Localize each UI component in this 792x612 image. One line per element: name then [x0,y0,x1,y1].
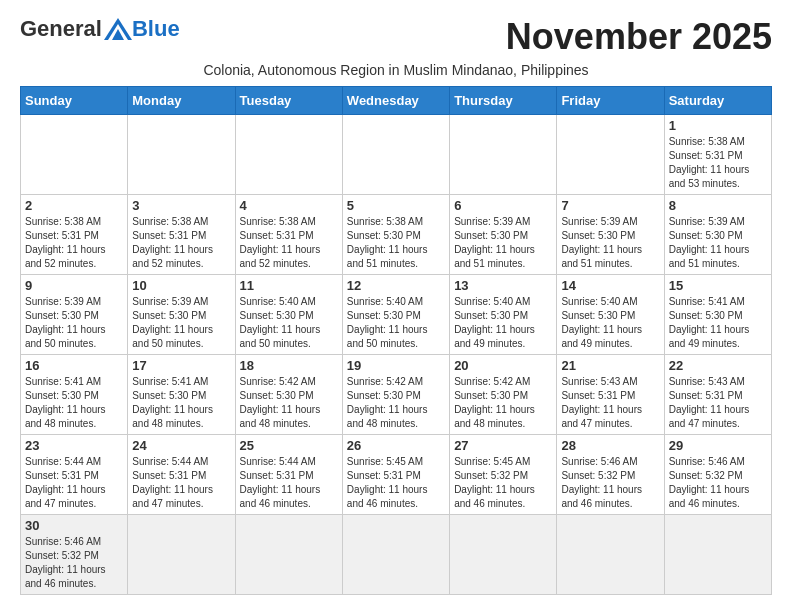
calendar-day-cell [557,515,664,595]
logo: General Blue [20,16,180,42]
calendar-subtitle: Colonia, Autonomous Region in Muslim Min… [20,62,772,78]
day-info: Sunrise: 5:41 AM Sunset: 5:30 PM Dayligh… [669,295,767,351]
day-info: Sunrise: 5:39 AM Sunset: 5:30 PM Dayligh… [132,295,230,351]
day-info: Sunrise: 5:40 AM Sunset: 5:30 PM Dayligh… [240,295,338,351]
calendar-day-cell: 5Sunrise: 5:38 AM Sunset: 5:30 PM Daylig… [342,195,449,275]
day-number: 16 [25,358,123,373]
day-info: Sunrise: 5:38 AM Sunset: 5:31 PM Dayligh… [132,215,230,271]
day-info: Sunrise: 5:46 AM Sunset: 5:32 PM Dayligh… [669,455,767,511]
day-info: Sunrise: 5:38 AM Sunset: 5:31 PM Dayligh… [240,215,338,271]
day-number: 20 [454,358,552,373]
calendar-day-cell: 22Sunrise: 5:43 AM Sunset: 5:31 PM Dayli… [664,355,771,435]
day-info: Sunrise: 5:42 AM Sunset: 5:30 PM Dayligh… [454,375,552,431]
day-number: 13 [454,278,552,293]
day-info: Sunrise: 5:38 AM Sunset: 5:31 PM Dayligh… [25,215,123,271]
calendar-day-cell: 10Sunrise: 5:39 AM Sunset: 5:30 PM Dayli… [128,275,235,355]
calendar-day-cell: 24Sunrise: 5:44 AM Sunset: 5:31 PM Dayli… [128,435,235,515]
calendar-day-cell: 26Sunrise: 5:45 AM Sunset: 5:31 PM Dayli… [342,435,449,515]
day-number: 29 [669,438,767,453]
day-number: 1 [669,118,767,133]
calendar-day-cell: 2Sunrise: 5:38 AM Sunset: 5:31 PM Daylig… [21,195,128,275]
calendar-day-cell [235,515,342,595]
calendar-day-cell: 27Sunrise: 5:45 AM Sunset: 5:32 PM Dayli… [450,435,557,515]
day-number: 6 [454,198,552,213]
day-info: Sunrise: 5:39 AM Sunset: 5:30 PM Dayligh… [669,215,767,271]
month-title: November 2025 [506,16,772,58]
day-number: 8 [669,198,767,213]
calendar-day-cell: 4Sunrise: 5:38 AM Sunset: 5:31 PM Daylig… [235,195,342,275]
day-number: 22 [669,358,767,373]
calendar-week-row: 2Sunrise: 5:38 AM Sunset: 5:31 PM Daylig… [21,195,772,275]
day-number: 27 [454,438,552,453]
day-info: Sunrise: 5:43 AM Sunset: 5:31 PM Dayligh… [669,375,767,431]
calendar-week-row: 9Sunrise: 5:39 AM Sunset: 5:30 PM Daylig… [21,275,772,355]
calendar-day-cell: 14Sunrise: 5:40 AM Sunset: 5:30 PM Dayli… [557,275,664,355]
calendar-day-cell [342,115,449,195]
calendar-day-cell: 19Sunrise: 5:42 AM Sunset: 5:30 PM Dayli… [342,355,449,435]
day-number: 30 [25,518,123,533]
calendar-day-cell: 21Sunrise: 5:43 AM Sunset: 5:31 PM Dayli… [557,355,664,435]
day-number: 26 [347,438,445,453]
day-info: Sunrise: 5:41 AM Sunset: 5:30 PM Dayligh… [25,375,123,431]
day-number: 9 [25,278,123,293]
calendar-day-cell [128,115,235,195]
calendar-day-cell [128,515,235,595]
calendar-header-row: SundayMondayTuesdayWednesdayThursdayFrid… [21,87,772,115]
day-info: Sunrise: 5:44 AM Sunset: 5:31 PM Dayligh… [240,455,338,511]
day-info: Sunrise: 5:38 AM Sunset: 5:31 PM Dayligh… [669,135,767,191]
calendar-day-cell [450,515,557,595]
day-number: 4 [240,198,338,213]
day-number: 15 [669,278,767,293]
day-number: 28 [561,438,659,453]
day-info: Sunrise: 5:40 AM Sunset: 5:30 PM Dayligh… [561,295,659,351]
day-info: Sunrise: 5:42 AM Sunset: 5:30 PM Dayligh… [347,375,445,431]
calendar-header-wednesday: Wednesday [342,87,449,115]
day-info: Sunrise: 5:45 AM Sunset: 5:31 PM Dayligh… [347,455,445,511]
day-number: 5 [347,198,445,213]
day-info: Sunrise: 5:40 AM Sunset: 5:30 PM Dayligh… [347,295,445,351]
calendar-day-cell: 9Sunrise: 5:39 AM Sunset: 5:30 PM Daylig… [21,275,128,355]
day-number: 11 [240,278,338,293]
day-info: Sunrise: 5:40 AM Sunset: 5:30 PM Dayligh… [454,295,552,351]
day-info: Sunrise: 5:39 AM Sunset: 5:30 PM Dayligh… [561,215,659,271]
day-info: Sunrise: 5:46 AM Sunset: 5:32 PM Dayligh… [25,535,123,591]
calendar-day-cell: 12Sunrise: 5:40 AM Sunset: 5:30 PM Dayli… [342,275,449,355]
day-number: 10 [132,278,230,293]
calendar-day-cell: 16Sunrise: 5:41 AM Sunset: 5:30 PM Dayli… [21,355,128,435]
day-number: 3 [132,198,230,213]
day-info: Sunrise: 5:42 AM Sunset: 5:30 PM Dayligh… [240,375,338,431]
day-info: Sunrise: 5:44 AM Sunset: 5:31 PM Dayligh… [25,455,123,511]
calendar-day-cell: 1Sunrise: 5:38 AM Sunset: 5:31 PM Daylig… [664,115,771,195]
day-number: 14 [561,278,659,293]
day-number: 24 [132,438,230,453]
day-number: 7 [561,198,659,213]
logo-icon [104,18,132,40]
day-info: Sunrise: 5:39 AM Sunset: 5:30 PM Dayligh… [25,295,123,351]
calendar-day-cell [450,115,557,195]
calendar-week-row: 1Sunrise: 5:38 AM Sunset: 5:31 PM Daylig… [21,115,772,195]
calendar-day-cell: 7Sunrise: 5:39 AM Sunset: 5:30 PM Daylig… [557,195,664,275]
calendar-day-cell: 3Sunrise: 5:38 AM Sunset: 5:31 PM Daylig… [128,195,235,275]
calendar-header-tuesday: Tuesday [235,87,342,115]
calendar-header-thursday: Thursday [450,87,557,115]
day-number: 17 [132,358,230,373]
day-info: Sunrise: 5:41 AM Sunset: 5:30 PM Dayligh… [132,375,230,431]
calendar-day-cell: 30Sunrise: 5:46 AM Sunset: 5:32 PM Dayli… [21,515,128,595]
calendar-header-monday: Monday [128,87,235,115]
calendar-header-saturday: Saturday [664,87,771,115]
calendar-table: SundayMondayTuesdayWednesdayThursdayFrid… [20,86,772,595]
calendar-day-cell: 17Sunrise: 5:41 AM Sunset: 5:30 PM Dayli… [128,355,235,435]
day-number: 18 [240,358,338,373]
page-header: General Blue November 2025 [20,16,772,58]
day-info: Sunrise: 5:46 AM Sunset: 5:32 PM Dayligh… [561,455,659,511]
day-number: 25 [240,438,338,453]
day-info: Sunrise: 5:39 AM Sunset: 5:30 PM Dayligh… [454,215,552,271]
day-number: 21 [561,358,659,373]
calendar-day-cell: 25Sunrise: 5:44 AM Sunset: 5:31 PM Dayli… [235,435,342,515]
calendar-week-row: 16Sunrise: 5:41 AM Sunset: 5:30 PM Dayli… [21,355,772,435]
calendar-day-cell: 15Sunrise: 5:41 AM Sunset: 5:30 PM Dayli… [664,275,771,355]
calendar-day-cell [557,115,664,195]
day-number: 19 [347,358,445,373]
calendar-header-sunday: Sunday [21,87,128,115]
calendar-day-cell: 8Sunrise: 5:39 AM Sunset: 5:30 PM Daylig… [664,195,771,275]
